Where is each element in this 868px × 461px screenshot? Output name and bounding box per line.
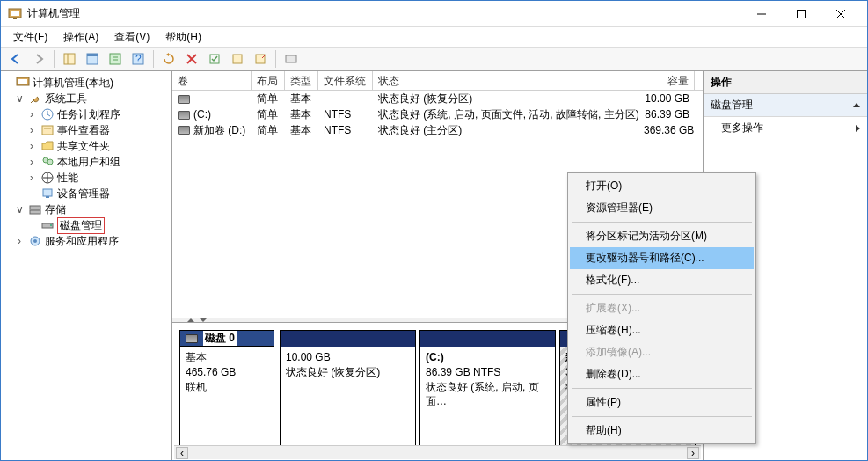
partition-size: 86.39 GB NTFS: [426, 365, 550, 380]
expander-icon[interactable]: ∨: [13, 203, 26, 216]
refresh-button[interactable]: [159, 49, 179, 69]
tree-disk-management[interactable]: ›磁盘管理: [1, 217, 171, 233]
properties-button[interactable]: [83, 49, 102, 69]
svg-point-39: [33, 239, 37, 243]
expander-icon[interactable]: ∨: [13, 92, 26, 105]
col-capacity[interactable]: 容量: [638, 71, 695, 90]
menu-help[interactable]: 帮助(H): [158, 28, 208, 47]
services-icon: [28, 234, 42, 248]
volumes-header: 卷 布局 类型 文件系统 状态 容量: [172, 71, 703, 91]
export-list-button[interactable]: [106, 49, 125, 69]
minimize-button[interactable]: [741, 2, 781, 26]
storage-icon: [28, 202, 42, 216]
extra-view-button[interactable]: [281, 49, 301, 69]
svg-rect-11: [110, 54, 120, 64]
svg-rect-25: [42, 126, 53, 135]
menu-view[interactable]: 查看(V): [107, 28, 157, 47]
event-icon: [40, 123, 55, 137]
forward-button[interactable]: [29, 49, 48, 69]
tools-icon: [28, 91, 42, 106]
svg-rect-2: [13, 18, 17, 19]
tree-services-apps[interactable]: › 服务和应用程序: [1, 233, 171, 249]
ctx-properties[interactable]: 属性(P): [570, 391, 754, 413]
back-button[interactable]: [6, 49, 26, 69]
ctx-open[interactable]: 打开(O): [570, 175, 754, 197]
partition-box[interactable]: 10.00 GB 状态良好 (恢复分区): [280, 330, 416, 453]
help-button[interactable]: ?: [128, 49, 148, 69]
ctx-change-drive-letter[interactable]: 更改驱动器号和路径(C)...: [570, 247, 754, 269]
tree-root[interactable]: ∨ 计算机管理(本地): [1, 75, 171, 91]
svg-point-37: [50, 224, 52, 226]
ctx-explorer[interactable]: 资源管理器(E): [570, 197, 754, 219]
scroll-left-icon[interactable]: ‹: [176, 447, 188, 459]
disk-info-box[interactable]: 磁盘 0 基本 465.76 GB 联机: [179, 330, 274, 453]
disk-size: 465.76 GB: [186, 365, 268, 380]
context-menu: 打开(O) 资源管理器(E) 将分区标记为活动分区(M) 更改驱动器号和路径(C…: [567, 172, 756, 444]
partition-status: 状态良好 (恢复分区): [286, 365, 410, 380]
tree-pane[interactable]: ∨ 计算机管理(本地) ∨ 系统工具 ›任务计划程序 ›事件查看器: [1, 71, 172, 460]
horizontal-scrollbar[interactable]: ‹ ›: [174, 445, 701, 459]
volume-row[interactable]: 新加卷 (D:) 简单 基本 NTFS 状态良好 (主分区) 369.36 GB: [172, 122, 703, 138]
window-title: 计算机管理: [27, 6, 741, 21]
volume-icon: [178, 126, 190, 135]
show-hide-tree-button[interactable]: [60, 49, 79, 69]
tree-shared-folders[interactable]: ›共享文件夹: [1, 138, 171, 154]
toolbar: ?: [1, 47, 867, 71]
ctx-format[interactable]: 格式化(F)...: [570, 269, 754, 291]
col-layout[interactable]: 布局: [252, 71, 285, 90]
expander-icon[interactable]: ›: [26, 140, 38, 152]
tree-performance[interactable]: ›性能: [1, 170, 171, 186]
actions-header: 操作: [704, 71, 867, 94]
disk-label: 磁盘 0: [203, 331, 237, 346]
maximize-button[interactable]: [781, 2, 821, 26]
clock-icon: [40, 107, 55, 121]
chevron-right-icon: [856, 125, 860, 132]
tree-task-scheduler[interactable]: ›任务计划程序: [1, 106, 171, 122]
volume-row[interactable]: 简单 基本 状态良好 (恢复分区) 10.00 GB: [172, 91, 703, 106]
list-view-button[interactable]: [228, 49, 247, 69]
shared-folder-icon: [40, 139, 55, 153]
settings-view-button[interactable]: [205, 49, 224, 69]
expander-icon[interactable]: ›: [26, 124, 38, 136]
menu-action[interactable]: 操作(A): [56, 28, 106, 47]
disk-icon: [40, 218, 55, 232]
tree-local-users[interactable]: ›本地用户和组: [1, 154, 171, 170]
svg-rect-35: [30, 210, 40, 214]
svg-rect-1: [11, 11, 19, 16]
ctx-add-mirror: 添加镜像(A)...: [570, 341, 754, 363]
tree-device-manager[interactable]: ›设备管理器: [1, 186, 171, 201]
expander-icon[interactable]: ›: [26, 108, 38, 121]
close-button[interactable]: [821, 2, 860, 26]
partition-box[interactable]: (C:) 86.39 GB NTFS 状态良好 (系统, 启动, 页面…: [419, 330, 556, 453]
expander-icon[interactable]: ›: [26, 156, 38, 168]
menu-file[interactable]: 文件(F): [6, 28, 55, 47]
ctx-shrink[interactable]: 压缩卷(H)...: [570, 319, 754, 341]
col-volume[interactable]: 卷: [172, 71, 252, 90]
partition-name: (C:): [426, 350, 550, 365]
tree-event-viewer[interactable]: ›事件查看器: [1, 122, 171, 138]
ctx-help[interactable]: 帮助(H): [570, 420, 754, 442]
collapse-icon: [853, 103, 860, 107]
users-icon: [40, 155, 55, 169]
svg-rect-23: [18, 79, 27, 84]
volume-row[interactable]: (C:) 简单 基本 NTFS 状态良好 (系统, 启动, 页面文件, 活动, …: [172, 106, 703, 122]
ctx-mark-active[interactable]: 将分区标记为活动分区(M): [570, 225, 754, 247]
scroll-right-icon[interactable]: ›: [687, 447, 699, 459]
tree-storage[interactable]: ∨ 存储: [1, 201, 171, 217]
tree-system-tools[interactable]: ∨ 系统工具: [1, 91, 171, 106]
expander-icon[interactable]: ›: [26, 172, 38, 184]
svg-rect-10: [87, 54, 98, 56]
delete-button[interactable]: [182, 49, 201, 69]
menubar: 文件(F) 操作(A) 查看(V) 帮助(H): [1, 27, 867, 47]
expander-icon[interactable]: ›: [13, 235, 26, 247]
actions-more[interactable]: 更多操作: [704, 117, 867, 139]
svg-rect-4: [797, 10, 805, 18]
ctx-delete-volume[interactable]: 删除卷(D)...: [570, 363, 754, 385]
partition-status: 状态良好 (系统, 启动, 页面…: [426, 380, 550, 410]
col-filesystem[interactable]: 文件系统: [318, 71, 373, 90]
svg-rect-34: [30, 206, 40, 209]
detail-view-button[interactable]: [251, 49, 270, 69]
col-status[interactable]: 状态: [373, 71, 638, 90]
col-type[interactable]: 类型: [285, 71, 318, 90]
actions-section[interactable]: 磁盘管理: [704, 94, 867, 117]
